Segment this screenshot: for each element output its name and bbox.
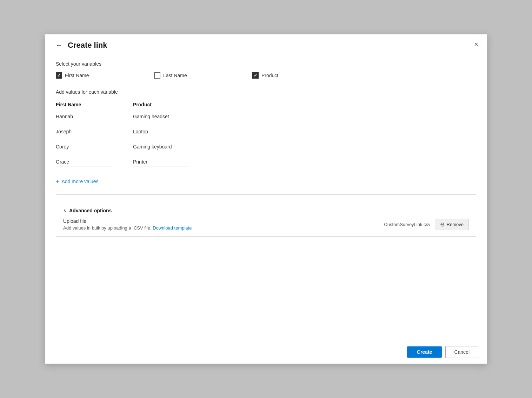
upload-right: CustomSurveyLink.csv ⊖ Remove [384, 219, 469, 230]
column-product: Product [133, 102, 196, 173]
input-first-name-2[interactable] [56, 142, 112, 151]
advanced-section: ∧ Advanced options Upload file Add value… [56, 202, 476, 237]
input-first-name-1[interactable] [56, 127, 112, 136]
upload-desc-text: Add values in bulk by uploading a .CSV f… [63, 225, 152, 231]
plus-icon: + [56, 178, 60, 185]
input-first-name-3[interactable] [56, 158, 112, 166]
input-product-1[interactable] [133, 127, 189, 136]
col-header-first-name: First Name [56, 102, 119, 107]
column-first-name: First Name [56, 102, 119, 173]
divider [56, 194, 476, 195]
input-product-3[interactable] [133, 158, 189, 166]
dialog-footer: Create Cancel [45, 340, 487, 364]
col-header-product: Product [133, 102, 196, 107]
input-product-0[interactable] [133, 112, 189, 121]
advanced-header: ∧ Advanced options [63, 208, 469, 213]
dialog-header: ← Create link × [45, 34, 487, 54]
variable-item-first-name: First Name [56, 72, 154, 79]
variable-item-last-name: Last Name [154, 72, 252, 79]
dialog-body: Select your variables First Name Last Na… [45, 54, 487, 340]
upload-section: Upload file Add values in bulk by upload… [63, 218, 469, 231]
chevron-up-icon: ∧ [63, 208, 66, 213]
checkbox-product[interactable] [252, 72, 259, 79]
add-values-section: Add values for each variable First Name … [56, 89, 476, 187]
add-values-title: Add values for each variable [56, 89, 476, 95]
cancel-button[interactable]: Cancel [445, 346, 478, 358]
variable-label-last-name: Last Name [163, 73, 187, 78]
input-product-2[interactable] [133, 142, 189, 151]
variables-section-label: Select your variables [56, 61, 476, 67]
upload-desc: Add values in bulk by uploading a .CSV f… [63, 225, 384, 231]
add-more-button[interactable]: + Add more values [56, 175, 99, 187]
variables-row: First Name Last Name Product [56, 72, 476, 79]
close-button[interactable]: × [472, 39, 480, 49]
values-table: First Name Product [56, 102, 476, 173]
download-template-link[interactable]: Download template [153, 225, 192, 231]
variable-label-product: Product [261, 73, 278, 78]
checkbox-last-name[interactable] [154, 72, 160, 79]
upload-left: Upload file Add values in bulk by upload… [63, 218, 384, 231]
file-name: CustomSurveyLink.csv [384, 222, 430, 227]
variable-item-product: Product [252, 72, 351, 79]
input-first-name-0[interactable] [56, 112, 112, 121]
create-link-dialog: ← Create link × Select your variables Fi… [45, 34, 487, 364]
dialog-title: Create link [68, 41, 107, 50]
checkbox-first-name[interactable] [56, 72, 62, 79]
remove-button[interactable]: ⊖ Remove [435, 219, 469, 230]
create-button[interactable]: Create [407, 346, 442, 358]
variable-label-first-name: First Name [65, 73, 89, 78]
add-more-label: Add more values [62, 179, 99, 184]
upload-title: Upload file [63, 218, 384, 224]
remove-label: Remove [447, 222, 464, 227]
back-button[interactable]: ← [54, 41, 64, 50]
advanced-title: Advanced options [69, 208, 112, 213]
remove-icon: ⊖ [440, 221, 445, 228]
